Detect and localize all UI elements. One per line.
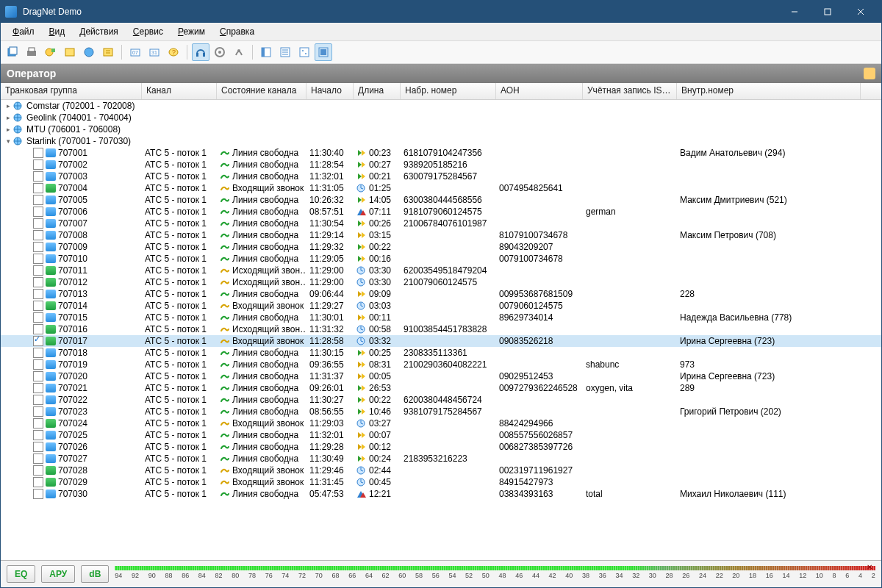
tb-help-icon[interactable]: ? [165,43,182,61]
channel-row[interactable]: 707010АТС 5 - поток 1Линия свободна11:29… [1,253,881,265]
menu-view[interactable]: Вид [42,24,73,39]
row-checkbox[interactable] [33,383,43,393]
row-checkbox[interactable] [33,489,43,499]
col-dialed[interactable]: Набр. номер [401,83,496,99]
menu-file[interactable]: Файл [5,24,42,39]
channel-row[interactable]: 707013АТС 5 - поток 1Линия свободна09:06… [1,288,881,300]
col-aon[interactable]: АОН [496,83,583,99]
trunk-group[interactable]: ▸Geolink (704001 - 704004) [1,112,881,123]
channel-row[interactable]: 707012АТС 5 - поток 1Исходящий звон…11:2… [1,276,881,288]
row-checkbox[interactable] [33,324,43,334]
row-checkbox[interactable] [33,418,43,429]
tb-05-icon[interactable] [80,43,98,61]
tb-07-icon[interactable]: 07 [126,43,144,61]
trunk-group[interactable]: ▸MTU (706001 - 706008) [1,123,881,135]
channel-row[interactable]: 707019АТС 5 - поток 1Линия свободна09:36… [1,359,881,370]
channel-row[interactable]: 707028АТС 5 - поток 1Входящий звонок11:2… [1,465,881,476]
tb-04-icon[interactable] [61,43,79,61]
meter-close-icon[interactable]: ✕ [867,563,872,571]
row-checkbox[interactable] [33,406,43,417]
row-checkbox[interactable] [33,207,43,217]
channel-row[interactable]: 707001АТС 5 - поток 1Линия свободна11:30… [1,147,881,159]
col-ext[interactable]: Внутр.номер [677,83,861,99]
operator-icon[interactable] [864,68,875,79]
channel-row[interactable]: 707022АТС 5 - поток 1Линия свободна11:30… [1,394,881,406]
channel-row[interactable]: 707018АТС 5 - поток 1Линия свободна11:30… [1,347,881,359]
tb-list-icon[interactable] [276,43,294,61]
expand-icon[interactable]: ▸ [4,102,12,110]
channel-row[interactable]: 707023АТС 5 - поток 1Линия свободна08:56… [1,406,881,417]
menu-help[interactable]: Справка [212,24,262,39]
row-checkbox[interactable] [33,348,43,358]
col-trunk[interactable]: Транковая группа [1,83,142,99]
channel-row[interactable]: 707006АТС 5 - поток 1Линия свободна08:57… [1,206,881,218]
tb-headphones-icon[interactable] [192,43,209,61]
row-checkbox[interactable] [33,242,43,252]
channel-row[interactable]: 707016АТС 5 - поток 1Исходящий звон…11:3… [1,323,881,335]
row-checkbox[interactable] [33,371,43,381]
grid-body[interactable]: ▸Comstar (702001 - 702008)▸Geolink (7040… [1,100,881,560]
menu-actions[interactable]: Действия [72,24,126,39]
row-checkbox[interactable] [33,277,43,287]
channel-row[interactable]: 707004АТС 5 - поток 1Входящий звонок11:3… [1,182,881,194]
row-checkbox[interactable] [33,359,43,370]
row-checkbox[interactable] [33,265,43,276]
tb-13-icon[interactable] [257,43,275,61]
expand-icon[interactable]: ▾ [4,137,12,145]
channel-row[interactable]: 707029АТС 5 - поток 1Входящий звонок11:3… [1,476,881,488]
row-checkbox[interactable] [33,159,43,170]
channel-row[interactable]: 707007АТС 5 - поток 1Линия свободна11:30… [1,218,881,229]
row-checkbox[interactable] [33,148,43,158]
channel-row[interactable]: 707020АТС 5 - поток 1Линия свободна11:31… [1,370,881,382]
channel-row[interactable]: 707008АТС 5 - поток 1Линия свободна11:29… [1,229,881,241]
trunk-group[interactable]: ▾Starlink (707001 - 707030) [1,135,881,147]
tb-03-icon[interactable] [42,43,60,61]
tb-12-icon[interactable] [230,43,248,61]
row-checkbox[interactable] [33,171,43,182]
channel-row[interactable]: 707024АТС 5 - поток 1Входящий звонок11:2… [1,417,881,429]
row-checkbox[interactable] [33,230,43,240]
channel-row[interactable]: 707021АТС 5 - поток 1Линия свободна09:26… [1,382,881,394]
channel-row[interactable]: 707027АТС 5 - поток 1Линия свободна11:30… [1,453,881,465]
row-checkbox[interactable] [33,218,43,229]
row-checkbox[interactable] [33,289,43,299]
row-checkbox[interactable] [33,312,43,323]
tb-15-icon[interactable] [295,43,313,61]
row-checkbox[interactable] [33,395,43,405]
col-start[interactable]: Начало [306,83,354,99]
channel-row[interactable]: 707005АТС 5 - поток 1Линия свободна10:26… [1,194,881,206]
channel-row[interactable]: 707025АТС 5 - поток 1Линия свободна11:32… [1,429,881,441]
channel-row[interactable]: 707030АТС 5 - поток 1Линия свободна05:47… [1,488,881,500]
row-checkbox[interactable] [33,195,43,205]
col-length[interactable]: Длина [354,83,401,99]
expand-icon[interactable]: ▸ [4,126,12,133]
maximize-button[interactable] [811,1,844,23]
menu-mode[interactable]: Режим [171,24,212,39]
channel-row[interactable]: 707017АТС 5 - поток 1Входящий звонок11:2… [1,335,881,347]
channel-row[interactable]: 707009АТС 5 - поток 1Линия свободна11:29… [1,241,881,253]
row-checkbox[interactable] [33,301,43,311]
eq-button[interactable]: EQ [7,565,35,583]
row-checkbox[interactable] [33,254,43,264]
col-channel[interactable]: Канал [142,83,217,99]
tb-print-icon[interactable] [23,43,40,61]
trunk-group[interactable]: ▸Comstar (702001 - 702008) [1,100,881,112]
channel-row[interactable]: 707026АТС 5 - поток 1Линия свободна11:29… [1,441,881,453]
menu-service[interactable]: Сервис [126,24,171,39]
channel-row[interactable]: 707002АТС 5 - поток 1Линия свободна11:28… [1,159,881,171]
row-checkbox[interactable] [33,430,43,440]
expand-icon[interactable]: ▸ [4,114,12,121]
row-checkbox[interactable] [33,465,43,476]
channel-row[interactable]: 707003АТС 5 - поток 1Линия свободна11:32… [1,171,881,182]
close-button[interactable] [844,1,877,23]
col-isdn[interactable]: Учётная запись ISDN [583,83,677,99]
tb-06-icon[interactable] [99,43,117,61]
row-checkbox[interactable] [33,336,43,346]
tb-01-icon[interactable] [4,43,21,61]
row-checkbox[interactable] [33,183,43,193]
col-state[interactable]: Состояние канала [217,83,306,99]
tb-16-icon[interactable] [315,43,332,61]
channel-row[interactable]: 707015АТС 5 - поток 1Линия свободна11:30… [1,312,881,323]
channel-row[interactable]: 707011АТС 5 - поток 1Исходящий звон…11:2… [1,265,881,276]
row-checkbox[interactable] [33,453,43,464]
